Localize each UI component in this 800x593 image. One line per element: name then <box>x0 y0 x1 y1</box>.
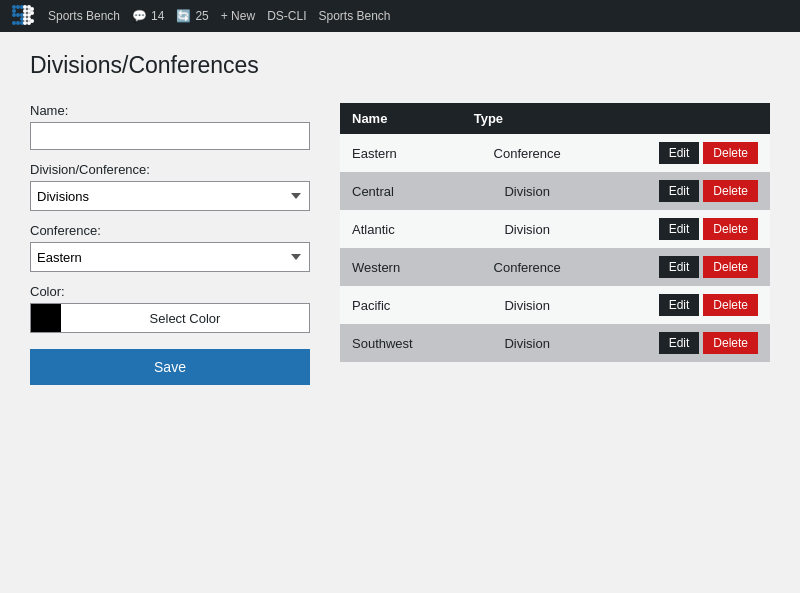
svg-point-15 <box>23 21 27 25</box>
svg-point-3 <box>12 9 16 13</box>
content-area: Name: Division/Conference: Divisions Con… <box>30 103 770 385</box>
table-row: WesternConferenceEditDelete <box>340 248 770 286</box>
admin-logo[interactable] <box>8 2 36 30</box>
edit-button[interactable]: Edit <box>659 180 700 202</box>
save-button[interactable]: Save <box>30 349 310 385</box>
name-label: Name: <box>30 103 310 118</box>
edit-button[interactable]: Edit <box>659 332 700 354</box>
svg-point-23 <box>27 21 31 25</box>
svg-point-11 <box>23 5 27 9</box>
col-name-header: Name <box>340 103 462 134</box>
color-picker-row[interactable]: Select Color <box>30 303 310 333</box>
delete-button[interactable]: Delete <box>703 294 758 316</box>
admin-bar-sports-bench-label: Sports Bench <box>318 9 390 23</box>
col-type-header: Type <box>462 103 593 134</box>
table-head: Name Type <box>340 103 770 134</box>
cell-actions: EditDelete <box>593 210 770 248</box>
cell-name: Atlantic <box>340 210 462 248</box>
delete-button[interactable]: Delete <box>703 332 758 354</box>
admin-bar-comments-count: 14 <box>151 9 164 23</box>
name-field-group: Name: <box>30 103 310 150</box>
color-select-label[interactable]: Select Color <box>61 311 309 326</box>
delete-button[interactable]: Delete <box>703 218 758 240</box>
cell-actions: EditDelete <box>593 134 770 172</box>
delete-button[interactable]: Delete <box>703 256 758 278</box>
col-actions-header <box>593 103 770 134</box>
svg-point-8 <box>12 21 16 25</box>
cell-actions: EditDelete <box>593 172 770 210</box>
cell-actions: EditDelete <box>593 248 770 286</box>
sb-logo-icon <box>8 2 36 30</box>
admin-bar-site[interactable]: Sports Bench <box>48 9 120 23</box>
div-conference-field-group: Division/Conference: Divisions Conferenc… <box>30 162 310 211</box>
main-content: Divisions/Conferences Name: Division/Con… <box>0 32 800 593</box>
svg-point-4 <box>12 13 16 17</box>
svg-point-0 <box>12 5 16 9</box>
admin-bar-sports-bench[interactable]: Sports Bench <box>318 9 390 23</box>
divisions-table: Name Type EasternConferenceEditDeleteCen… <box>340 103 770 362</box>
cell-name: Pacific <box>340 286 462 324</box>
admin-bar-updates-count: 25 <box>195 9 208 23</box>
cell-type: Conference <box>462 248 593 286</box>
page-title: Divisions/Conferences <box>30 52 770 79</box>
table-row: PacificDivisionEditDelete <box>340 286 770 324</box>
cell-actions: EditDelete <box>593 324 770 362</box>
delete-button[interactable]: Delete <box>703 180 758 202</box>
admin-bar-new[interactable]: + New <box>221 9 255 23</box>
edit-button[interactable]: Edit <box>659 294 700 316</box>
svg-point-12 <box>23 9 27 13</box>
color-field-group: Color: Select Color <box>30 284 310 333</box>
table-row: CentralDivisionEditDelete <box>340 172 770 210</box>
svg-point-13 <box>23 13 27 17</box>
cell-name: Central <box>340 172 462 210</box>
svg-point-14 <box>23 17 27 21</box>
cell-type: Division <box>462 210 593 248</box>
edit-button[interactable]: Edit <box>659 218 700 240</box>
delete-button[interactable]: Delete <box>703 142 758 164</box>
cell-actions: EditDelete <box>593 286 770 324</box>
svg-point-5 <box>16 13 20 17</box>
comment-icon: 💬 <box>132 9 147 23</box>
svg-point-1 <box>16 5 20 9</box>
table-row: AtlanticDivisionEditDelete <box>340 210 770 248</box>
cell-name: Eastern <box>340 134 462 172</box>
table-panel: Name Type EasternConferenceEditDeleteCen… <box>340 103 770 362</box>
admin-bar-comments[interactable]: 💬 14 <box>132 9 164 23</box>
name-input[interactable] <box>30 122 310 150</box>
wp-admin: Divisions/Conferences Name: Division/Con… <box>0 32 800 593</box>
color-label: Color: <box>30 284 310 299</box>
color-swatch <box>31 303 61 333</box>
admin-bar: Sports Bench 💬 14 🔄 25 + New DS-CLI Spor… <box>0 0 800 32</box>
admin-bar-new-label: + New <box>221 9 255 23</box>
admin-bar-updates[interactable]: 🔄 25 <box>176 9 208 23</box>
svg-point-9 <box>16 21 20 25</box>
cell-name: Western <box>340 248 462 286</box>
cell-type: Division <box>462 172 593 210</box>
conference-select[interactable]: Eastern Central Western <box>30 242 310 272</box>
conference-field-group: Conference: Eastern Central Western <box>30 223 310 272</box>
table-row: EasternConferenceEditDelete <box>340 134 770 172</box>
admin-bar-ds-cli[interactable]: DS-CLI <box>267 9 306 23</box>
div-conference-label: Division/Conference: <box>30 162 310 177</box>
cell-type: Conference <box>462 134 593 172</box>
table-body: EasternConferenceEditDeleteCentralDivisi… <box>340 134 770 362</box>
conference-label: Conference: <box>30 223 310 238</box>
admin-bar-ds-cli-label: DS-CLI <box>267 9 306 23</box>
table-row: SouthwestDivisionEditDelete <box>340 324 770 362</box>
edit-button[interactable]: Edit <box>659 142 700 164</box>
cell-type: Division <box>462 324 593 362</box>
form-panel: Name: Division/Conference: Divisions Con… <box>30 103 310 385</box>
cell-type: Division <box>462 286 593 324</box>
cell-name: Southwest <box>340 324 462 362</box>
table-header-row: Name Type <box>340 103 770 134</box>
div-conference-select[interactable]: Divisions Conferences <box>30 181 310 211</box>
edit-button[interactable]: Edit <box>659 256 700 278</box>
update-icon: 🔄 <box>176 9 191 23</box>
svg-point-20 <box>30 11 34 15</box>
admin-bar-site-label: Sports Bench <box>48 9 120 23</box>
